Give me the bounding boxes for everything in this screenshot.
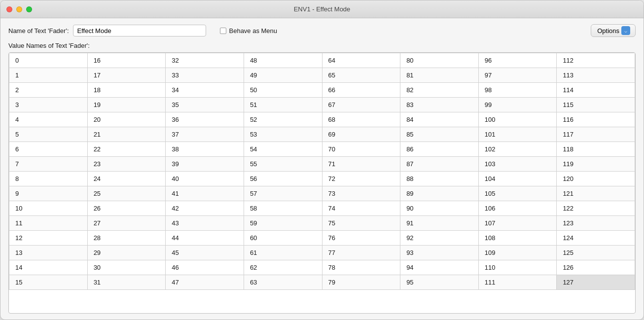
table-cell[interactable]: 25 — [87, 186, 166, 201]
table-cell[interactable]: 10 — [9, 201, 88, 216]
table-cell[interactable]: 52 — [244, 112, 322, 127]
table-cell[interactable]: 22 — [87, 142, 166, 157]
minimize-button[interactable] — [16, 6, 22, 12]
table-cell[interactable]: 117 — [557, 127, 635, 142]
table-cell[interactable]: 83 — [400, 98, 479, 112]
table-cell[interactable]: 7 — [9, 157, 88, 172]
table-cell[interactable]: 112 — [557, 53, 635, 68]
behave-as-menu-checkbox[interactable] — [220, 28, 226, 34]
table-cell[interactable]: 74 — [322, 201, 400, 216]
table-cell[interactable]: 93 — [400, 246, 479, 260]
table-cell[interactable]: 5 — [9, 127, 88, 142]
table-row[interactable]: 82440567288104120 — [9, 172, 635, 186]
table-row[interactable]: 0163248648096112 — [9, 53, 635, 68]
table-cell[interactable]: 40 — [166, 172, 244, 186]
table-cell[interactable]: 6 — [9, 142, 88, 157]
table-cell[interactable]: 16 — [87, 53, 166, 68]
table-cell[interactable]: 70 — [322, 142, 400, 157]
table-cell[interactable]: 45 — [166, 246, 244, 260]
table-cell[interactable]: 63 — [244, 275, 322, 290]
table-cell[interactable]: 100 — [478, 112, 557, 127]
table-cell[interactable]: 53 — [244, 127, 322, 142]
table-cell[interactable]: 27 — [87, 216, 166, 231]
table-cell[interactable]: 97 — [478, 68, 557, 83]
table-cell[interactable]: 116 — [557, 112, 635, 127]
table-cell[interactable]: 109 — [478, 246, 557, 260]
table-cell[interactable]: 88 — [400, 172, 479, 186]
table-cell[interactable]: 126 — [557, 260, 635, 275]
table-cell[interactable]: 24 — [87, 172, 166, 186]
table-cell[interactable]: 36 — [166, 112, 244, 127]
table-row[interactable]: 112743597591107123 — [9, 216, 635, 231]
table-cell[interactable]: 0 — [9, 53, 88, 68]
table-cell[interactable]: 98 — [478, 83, 557, 98]
table-row[interactable]: 143046627894110126 — [9, 260, 635, 275]
table-row[interactable]: 72339557187103119 — [9, 157, 635, 172]
table-cell[interactable]: 89 — [400, 186, 479, 201]
table-cell[interactable]: 50 — [244, 83, 322, 98]
table-row[interactable]: 122844607692108124 — [9, 231, 635, 246]
table-cell[interactable]: 4 — [9, 112, 88, 127]
table-cell[interactable]: 102 — [478, 142, 557, 157]
table-cell[interactable]: 85 — [400, 127, 479, 142]
table-cell[interactable]: 77 — [322, 246, 400, 260]
table-cell[interactable]: 55 — [244, 157, 322, 172]
table-cell[interactable]: 90 — [400, 201, 479, 216]
table-cell[interactable]: 8 — [9, 172, 88, 186]
table-row[interactable]: 2183450668298114 — [9, 83, 635, 98]
table-row[interactable]: 52137536985101117 — [9, 127, 635, 142]
table-cell[interactable]: 76 — [322, 231, 400, 246]
table-cell[interactable]: 60 — [244, 231, 322, 246]
table-cell[interactable]: 108 — [478, 231, 557, 246]
fader-name-input[interactable] — [73, 25, 206, 36]
table-cell[interactable]: 123 — [557, 216, 635, 231]
table-cell[interactable]: 26 — [87, 201, 166, 216]
table-cell[interactable]: 81 — [400, 68, 479, 83]
table-cell[interactable]: 21 — [87, 127, 166, 142]
table-cell[interactable]: 29 — [87, 246, 166, 260]
table-cell[interactable]: 107 — [478, 216, 557, 231]
table-cell[interactable]: 30 — [87, 260, 166, 275]
table-cell[interactable]: 82 — [400, 83, 479, 98]
table-cell[interactable]: 111 — [478, 275, 557, 290]
table-cell[interactable]: 87 — [400, 157, 479, 172]
table-cell[interactable]: 66 — [322, 83, 400, 98]
table-cell[interactable]: 92 — [400, 231, 479, 246]
table-cell[interactable]: 49 — [244, 68, 322, 83]
table-cell[interactable]: 2 — [9, 83, 88, 98]
table-cell[interactable]: 118 — [557, 142, 635, 157]
table-cell[interactable]: 95 — [400, 275, 479, 290]
table-cell[interactable]: 105 — [478, 186, 557, 201]
table-row[interactable]: 3193551678399115 — [9, 98, 635, 112]
table-cell[interactable]: 37 — [166, 127, 244, 142]
table-cell[interactable]: 58 — [244, 201, 322, 216]
table-cell[interactable]: 121 — [557, 186, 635, 201]
table-row[interactable]: 62238547086102118 — [9, 142, 635, 157]
table-cell[interactable]: 33 — [166, 68, 244, 83]
table-cell[interactable]: 43 — [166, 216, 244, 231]
table-cell[interactable]: 13 — [9, 246, 88, 260]
table-row[interactable]: 92541577389105121 — [9, 186, 635, 201]
table-cell[interactable]: 31 — [87, 275, 166, 290]
table-cell[interactable]: 48 — [244, 53, 322, 68]
maximize-button[interactable] — [26, 6, 32, 12]
table-cell[interactable]: 119 — [557, 157, 635, 172]
table-cell[interactable]: 28 — [87, 231, 166, 246]
options-button[interactable]: Options ⌵ — [591, 24, 636, 37]
table-cell[interactable]: 9 — [9, 186, 88, 201]
table-cell[interactable]: 73 — [322, 186, 400, 201]
table-cell[interactable]: 47 — [166, 275, 244, 290]
table-cell[interactable]: 51 — [244, 98, 322, 112]
table-cell[interactable]: 23 — [87, 157, 166, 172]
table-cell[interactable]: 65 — [322, 68, 400, 83]
table-cell[interactable]: 46 — [166, 260, 244, 275]
table-cell[interactable]: 113 — [557, 68, 635, 83]
close-button[interactable] — [6, 6, 12, 12]
table-cell[interactable]: 57 — [244, 186, 322, 201]
table-row[interactable]: 1173349658197113 — [9, 68, 635, 83]
table-cell[interactable]: 18 — [87, 83, 166, 98]
table-cell[interactable]: 122 — [557, 201, 635, 216]
table-row[interactable]: 102642587490106122 — [9, 201, 635, 216]
table-cell[interactable]: 67 — [322, 98, 400, 112]
table-cell[interactable]: 71 — [322, 157, 400, 172]
